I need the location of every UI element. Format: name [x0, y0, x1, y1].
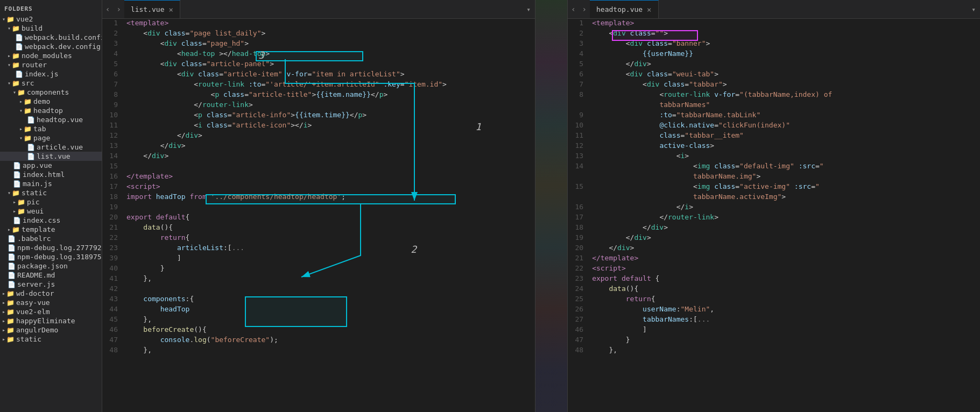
sidebar-item-label: happyEliminate: [16, 317, 75, 325]
sidebar-item-static2[interactable]: 📁 static: [0, 335, 102, 344]
left-prev-btn[interactable]: ‹: [102, 0, 113, 18]
tab-headtop-vue[interactable]: headtop.vue ×: [590, 0, 659, 18]
chevron-icon: [8, 190, 11, 196]
folder-icon: 📁: [6, 336, 15, 343]
sidebar-item-index-js-router[interactable]: 📄 index.js: [0, 69, 102, 79]
chevron-icon: [2, 16, 5, 22]
sidebar-item-label: .babelrc: [17, 235, 51, 243]
sidebar-item-readme[interactable]: 📄 README.md: [0, 271, 102, 280]
table-row: 18 </div>: [568, 223, 980, 233]
right-code-area[interactable]: 1 <template> 2 <div class=""> 3 <div cla…: [568, 19, 980, 412]
sidebar-item-list-vue[interactable]: 📄 list.vue: [0, 152, 102, 161]
sidebar-item-src[interactable]: 📁 src: [0, 79, 102, 88]
left-code-area[interactable]: 1 <template> 2 <div class="page list_dai…: [102, 19, 535, 412]
table-row: 7 <div class="tabbar">: [568, 80, 980, 90]
table-row: 14 <img class="default-img" :src=": [568, 162, 980, 172]
right-prev-btn[interactable]: ‹: [568, 0, 579, 18]
sidebar-item-index-html[interactable]: 📄 index.html: [0, 170, 102, 179]
sidebar-item-index-css[interactable]: 📄 index.css: [0, 216, 102, 225]
table-row: 26 userName:"Melin",: [568, 305, 980, 315]
folder-icon: 📁: [6, 326, 15, 334]
sidebar-item-babelrc[interactable]: 📄 .babelrc: [0, 234, 102, 243]
table-row: 1 <template>: [568, 19, 980, 29]
sidebar-item-label: tab: [33, 125, 46, 133]
sidebar-item-page[interactable]: 📁 page: [0, 133, 102, 143]
sidebar-item-vue2-elm[interactable]: 📁 vue2-elm: [0, 307, 102, 316]
sidebar-item-vue2[interactable]: 📁 vue2: [0, 15, 102, 24]
chevron-icon: [8, 25, 11, 31]
tab-close-btn[interactable]: ×: [647, 6, 651, 13]
table-row: 8 <p class="article-title">{{item.name}}…: [102, 90, 535, 101]
tab-close-btn[interactable]: ×: [169, 6, 173, 13]
sidebar-item-headtop[interactable]: 📁 headtop: [0, 106, 102, 115]
sidebar-item-label: static: [22, 189, 47, 197]
editor-area: ‹ › list.vue × ▾ 1 <template> 2 <div cla…: [102, 0, 980, 412]
folder-icon: 📁: [24, 125, 32, 133]
sidebar-item-app-vue[interactable]: 📄 app.vue: [0, 161, 102, 170]
left-next-btn[interactable]: ›: [113, 0, 124, 18]
chevron-icon: [8, 80, 11, 86]
table-row: 10 <p class="article-info">{{item.time}}…: [102, 111, 535, 121]
file-icon: 📄: [15, 70, 23, 78]
table-row: 6 <div class="weui-tab">: [568, 70, 980, 80]
chevron-icon: [2, 336, 5, 342]
sidebar-item-router[interactable]: 📁 router: [0, 60, 102, 69]
sidebar-item-npm-debug2[interactable]: 📄 npm-debug.log.3189758723: [0, 252, 102, 261]
file-icon: 📄: [8, 253, 16, 261]
table-row: tabbarName.activeImg">: [568, 193, 980, 203]
folders-header: FOLDERS: [0, 2, 102, 15]
sidebar-item-components[interactable]: 📁 components: [0, 88, 102, 97]
right-tab-dropdown-btn[interactable]: ▾: [967, 5, 980, 13]
table-row: 23 articleList:[...: [102, 244, 535, 254]
tab-dropdown-btn[interactable]: ▾: [522, 5, 535, 13]
sidebar-item-template[interactable]: 📁 template: [0, 225, 102, 234]
table-row: 1 <template>: [102, 19, 535, 29]
file-icon: 📄: [13, 171, 21, 179]
table-row: 5 </div>: [568, 60, 980, 70]
sidebar-item-article-vue[interactable]: 📄 article.vue: [0, 143, 102, 152]
sidebar-item-label: list.vue: [37, 152, 70, 160]
sidebar-item-label: src: [22, 79, 34, 87]
tab-list-vue[interactable]: list.vue ×: [124, 0, 180, 18]
right-tab-bar: ‹ › headtop.vue × ▾: [568, 0, 980, 19]
sidebar-item-headtop-vue[interactable]: 📄 headtop.vue: [0, 115, 102, 124]
table-row: 46 ]: [568, 325, 980, 336]
sidebar-item-label: server.js: [17, 280, 55, 288]
folder-icon: 📁: [12, 80, 20, 87]
sidebar-item-weui[interactable]: 📁 weui: [0, 207, 102, 216]
sidebar-item-main-js[interactable]: 📄 main.js: [0, 179, 102, 188]
table-row: 45 },: [102, 315, 535, 325]
sidebar-item-webpack-dev[interactable]: 📄 webpack.dev.config.js: [0, 42, 102, 51]
table-row: 13 <i>: [568, 152, 980, 162]
sidebar-item-angulr-demo[interactable]: 📁 angulrDemo: [0, 325, 102, 335]
table-row: 48 },: [102, 346, 535, 356]
sidebar-item-label: README.md: [17, 271, 55, 279]
sidebar-item-package-json[interactable]: 📄 package.json: [0, 261, 102, 271]
sidebar-item-tab[interactable]: 📁 tab: [0, 124, 102, 133]
sidebar-item-demo[interactable]: 📁 demo: [0, 97, 102, 106]
sidebar-item-static[interactable]: 📁 static: [0, 188, 102, 197]
sidebar-item-wd-doctor[interactable]: 📁 wd-doctor: [0, 289, 102, 298]
table-row: 11 <i class="article-icon"></i>: [102, 121, 535, 131]
right-next-btn[interactable]: ›: [579, 0, 590, 18]
folder-icon: 📁: [17, 89, 25, 96]
table-row: 15: [102, 162, 535, 172]
chevron-icon: [2, 300, 5, 306]
table-row: 6 <div class="article-item" v-for="item …: [102, 70, 535, 80]
table-row: 12 </div>: [102, 131, 535, 141]
table-row: tabbarNames": [568, 101, 980, 111]
sidebar-item-server-js[interactable]: 📄 server.js: [0, 280, 102, 289]
sidebar-item-build[interactable]: 📁 build: [0, 24, 102, 33]
sidebar-item-npm-debug1[interactable]: 📄 npm-debug.log.2777922574: [0, 243, 102, 252]
sidebar-item-pic[interactable]: 📁 pic: [0, 197, 102, 207]
file-icon: 📄: [8, 235, 16, 243]
sidebar-item-node-modules[interactable]: 📁 node_modules: [0, 51, 102, 60]
folder-icon: 📁: [24, 107, 32, 115]
folder-icon: 📁: [12, 25, 20, 32]
sidebar-item-webpack-build[interactable]: 📄 webpack.build.config.js: [0, 33, 102, 42]
table-row: 40 }: [102, 264, 535, 274]
folder-icon: 📁: [24, 134, 32, 142]
table-row: 11 class="tabbar__item": [568, 131, 980, 141]
sidebar-item-easy-vue[interactable]: 📁 easy-vue: [0, 298, 102, 307]
sidebar-item-happy-eliminate[interactable]: 📁 happyEliminate: [0, 316, 102, 325]
